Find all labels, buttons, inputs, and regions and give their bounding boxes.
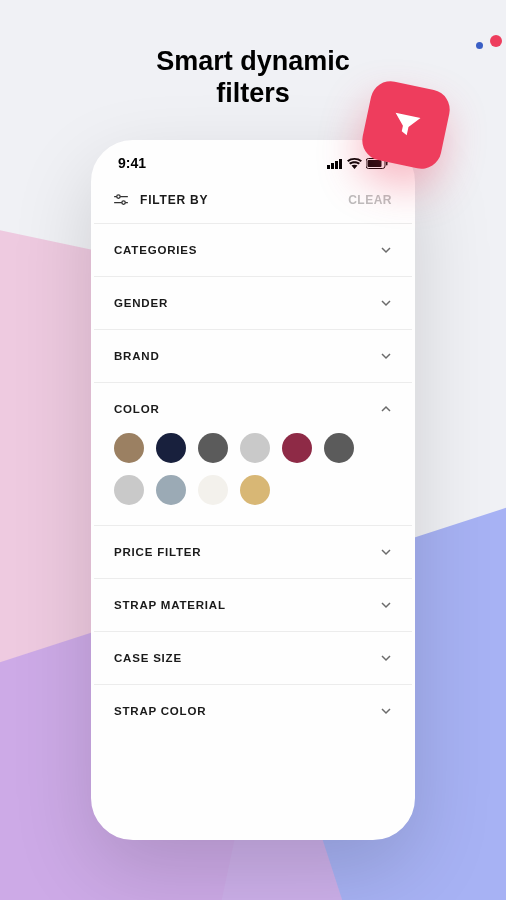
section-gender[interactable]: GENDER [94, 276, 412, 329]
svg-rect-0 [327, 165, 330, 169]
filter-app-icon [359, 78, 454, 173]
section-label: PRICE FILTER [114, 546, 201, 558]
chevron-down-icon [380, 546, 392, 558]
section-brand[interactable]: BRAND [94, 329, 412, 382]
chevron-down-icon [380, 350, 392, 362]
filter-header: FILTER BY CLEAR [94, 175, 412, 223]
clear-button[interactable]: CLEAR [348, 193, 392, 207]
wifi-icon [347, 158, 362, 169]
funnel-icon [386, 105, 426, 145]
color-swatch[interactable] [282, 433, 312, 463]
color-swatch[interactable] [324, 433, 354, 463]
section-label: CATEGORIES [114, 244, 197, 256]
color-swatch[interactable] [240, 433, 270, 463]
section-label: BRAND [114, 350, 160, 362]
color-swatch[interactable] [198, 433, 228, 463]
chevron-down-icon [380, 652, 392, 664]
signal-icon [327, 158, 343, 169]
chevron-down-icon [380, 705, 392, 717]
color-swatches [114, 433, 392, 505]
status-time: 9:41 [118, 155, 146, 171]
color-swatch[interactable] [240, 475, 270, 505]
section-strap-color[interactable]: STRAP COLOR [94, 684, 412, 737]
section-strap-material[interactable]: STRAP MATERIAL [94, 578, 412, 631]
color-swatch[interactable] [114, 433, 144, 463]
chevron-down-icon [380, 599, 392, 611]
filter-by-label: FILTER BY [140, 193, 208, 207]
sliders-icon [114, 194, 128, 206]
phone-frame: 9:41 FILTER BY CLEAR CATEGORIES GENDER [91, 140, 415, 840]
chevron-down-icon [380, 244, 392, 256]
section-label: STRAP COLOR [114, 705, 206, 717]
section-color[interactable]: COLOR [94, 382, 412, 525]
chevron-up-icon [380, 403, 392, 415]
color-swatch[interactable] [198, 475, 228, 505]
color-swatch[interactable] [156, 475, 186, 505]
svg-point-10 [122, 201, 125, 204]
svg-rect-3 [339, 159, 342, 169]
section-label: GENDER [114, 297, 168, 309]
color-swatch[interactable] [114, 475, 144, 505]
svg-rect-1 [331, 163, 334, 169]
chevron-down-icon [380, 297, 392, 309]
section-label: CASE SIZE [114, 652, 182, 664]
svg-rect-5 [368, 160, 382, 167]
section-categories[interactable]: CATEGORIES [94, 223, 412, 276]
section-price-filter[interactable]: PRICE FILTER [94, 525, 412, 578]
section-case-size[interactable]: CASE SIZE [94, 631, 412, 684]
section-label: STRAP MATERIAL [114, 599, 226, 611]
section-label: COLOR [114, 403, 160, 415]
color-swatch[interactable] [156, 433, 186, 463]
page-title: Smart dynamicfilters [156, 45, 350, 110]
svg-point-8 [117, 195, 120, 198]
svg-rect-2 [335, 161, 338, 169]
